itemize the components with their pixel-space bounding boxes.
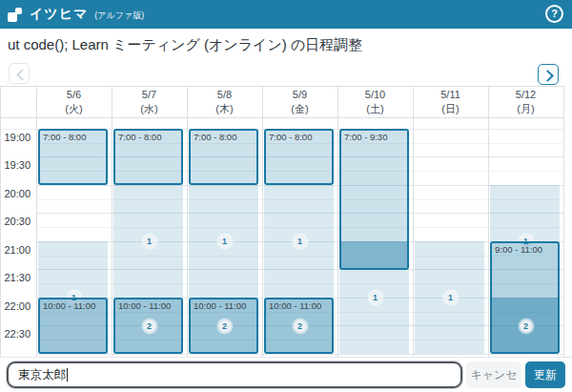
time-label: 21:30 xyxy=(0,272,31,283)
count-badge: 1 xyxy=(218,236,231,248)
time-label: 19:00 xyxy=(0,132,31,143)
app-logo-icon xyxy=(8,8,22,22)
day-header: 5/9(金) xyxy=(262,86,337,117)
chevron-left-icon xyxy=(16,69,29,81)
page-title: ut code(); Learn ミーティング (オンライン) の日程調整 xyxy=(8,36,362,54)
count-badge: 2 xyxy=(143,320,155,332)
prev-week-button[interactable] xyxy=(9,63,30,84)
calendar-grid[interactable]: 19:0019:3020:0020:3021:0021:3022:0022:30… xyxy=(0,86,564,357)
grid-right-border xyxy=(563,86,564,357)
day-header: 5/12(月) xyxy=(488,86,563,117)
block-time-label: 9:00 - 11:00 xyxy=(495,244,542,255)
count-badge: 1 xyxy=(143,236,155,248)
overlap-shade xyxy=(341,241,407,270)
selection-block[interactable]: 7:00 - 8:00 xyxy=(189,129,258,185)
count-badge: 1 xyxy=(369,292,381,304)
alpha-version-label: (アルファ版) xyxy=(94,10,144,22)
time-label: 19:30 xyxy=(0,159,31,171)
count-badge: 1 xyxy=(294,236,306,248)
block-time-label: 7:00 - 8:00 xyxy=(43,132,86,142)
day-column-5/8[interactable]: 127:00 - 8:0010:00 - 11:00 xyxy=(187,129,262,357)
day-column-5/9[interactable]: 127:00 - 8:0010:00 - 11:00 xyxy=(262,129,337,357)
count-badge: 2 xyxy=(520,320,532,332)
block-time-label: 7:00 - 8:00 xyxy=(269,132,312,142)
availability-heat-region xyxy=(490,185,560,241)
time-label: 20:00 xyxy=(0,188,31,199)
day-column-5/11[interactable]: 1 xyxy=(413,129,488,357)
time-label: 22:30 xyxy=(0,328,31,340)
update-button[interactable]: 更新 xyxy=(525,361,565,388)
block-time-label: 10:00 - 11:00 xyxy=(269,300,321,311)
day-column-5/7[interactable]: 127:00 - 8:0010:00 - 11:00 xyxy=(112,129,187,357)
text-caret xyxy=(67,368,68,382)
block-time-label: 7:00 - 8:00 xyxy=(194,132,236,142)
selection-block[interactable]: 7:00 - 8:00 xyxy=(113,129,183,185)
cancel-button[interactable]: キャンセル xyxy=(466,361,521,388)
day-column-5/12[interactable]: 129:00 - 11:00 xyxy=(488,129,563,357)
time-label: 21:00 xyxy=(0,244,31,256)
time-label: 20:30 xyxy=(0,216,31,227)
day-header: 5/6(火) xyxy=(36,86,112,117)
selection-block[interactable]: 7:00 - 9:30 xyxy=(339,129,409,270)
day-column-5/6[interactable]: 17:00 - 8:0010:00 - 11:00 xyxy=(36,129,112,357)
app-name: イツヒマ xyxy=(30,6,88,23)
selection-block[interactable]: 7:00 - 8:00 xyxy=(38,129,108,185)
day-header: 5/11(日) xyxy=(413,86,488,117)
next-week-button[interactable] xyxy=(538,64,559,85)
footer-bar: 東京太郎 キャンセル 更新 xyxy=(0,357,572,392)
selection-block[interactable]: 9:00 - 11:00 xyxy=(490,241,560,354)
help-icon[interactable]: ? xyxy=(545,5,563,23)
day-column-5/10[interactable]: 17:00 - 9:30 xyxy=(337,129,413,357)
availability-heat-region xyxy=(339,270,409,355)
selection-block[interactable]: 10:00 - 11:00 xyxy=(38,298,108,354)
block-time-label: 7:00 - 9:30 xyxy=(344,132,387,142)
chevron-right-icon xyxy=(541,70,554,82)
day-header: 5/7(水) xyxy=(112,86,187,117)
selection-block[interactable]: 7:00 - 8:00 xyxy=(264,129,334,185)
block-time-label: 10:00 - 11:00 xyxy=(118,300,171,311)
block-time-label: 10:00 - 11:00 xyxy=(43,300,95,311)
block-time-label: 10:00 - 11:00 xyxy=(194,300,246,311)
day-header: 5/10(土) xyxy=(337,86,413,117)
count-badge: 2 xyxy=(218,320,231,332)
time-label: 22:00 xyxy=(0,300,31,312)
app-header: イツヒマ (アルファ版) ? xyxy=(0,0,572,29)
day-header: 5/8(木) xyxy=(187,86,262,117)
count-badge: 1 xyxy=(444,292,457,304)
count-badge: 2 xyxy=(294,320,306,332)
name-input[interactable]: 東京太郎 xyxy=(7,361,462,388)
block-time-label: 7:00 - 8:00 xyxy=(118,132,161,142)
